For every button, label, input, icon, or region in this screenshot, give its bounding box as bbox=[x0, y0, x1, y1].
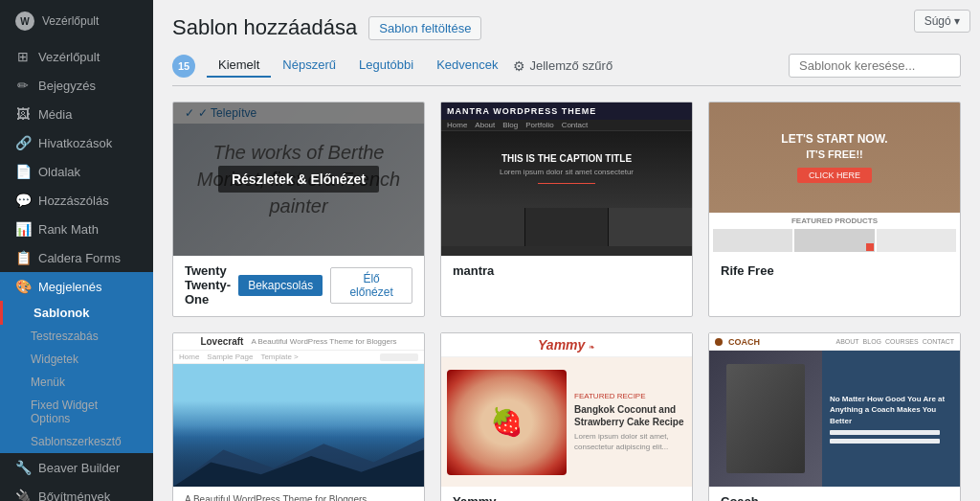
sidebar-item-testreszabas[interactable]: Testreszabás bbox=[0, 325, 153, 348]
sidebar-item-bovitmenyek[interactable]: 🔌 Bővítmények bbox=[0, 482, 153, 501]
theme-info-twentyone: Twenty Twenty-One Bekapcsolás Élő előnéz… bbox=[173, 256, 424, 316]
page-title: Sablon hozzáadása bbox=[172, 15, 357, 40]
media-icon: 🖼 bbox=[15, 106, 31, 122]
sidebar-logo-text: Vezérlőpult bbox=[42, 14, 99, 28]
sidebar-item-megjelenes[interactable]: 🎨 Megjelenés bbox=[0, 272, 153, 301]
sidebar-item-label: Hozzászólás bbox=[38, 194, 109, 208]
theme-card-lovecraft[interactable]: Lovecraft A Beautiful WordPress Theme fo… bbox=[172, 332, 425, 501]
rankmath-icon: 📊 bbox=[15, 221, 31, 237]
activate-button-twentyone[interactable]: Bekapcsolás bbox=[238, 275, 323, 296]
dashboard-icon: ⊞ bbox=[15, 49, 31, 64]
filter-tab-legutobbi[interactable]: Legutóbbi bbox=[347, 54, 425, 78]
sidebar-item-sablonok[interactable]: Sablonok bbox=[0, 301, 153, 325]
sidebar-item-label: Rank Math bbox=[38, 222, 99, 237]
sidebar-item-hivatkozasok[interactable]: 🔗 Hivatkozások bbox=[0, 128, 153, 157]
theme-card-mantra[interactable]: MANTRA WORDPRESS THEME Home About Blog P… bbox=[440, 102, 693, 317]
sidebar-item-label: Caldera Forms bbox=[38, 251, 121, 265]
filter-tab-kedvencek[interactable]: Kedvencek bbox=[425, 54, 509, 78]
gear-icon: ⚙ bbox=[513, 58, 525, 74]
main-content: Sablon hozzáadása Sablon feltöltése 15 K… bbox=[153, 0, 980, 501]
sidebar-item-sablonszerk[interactable]: Sablonszerkesztő bbox=[0, 430, 153, 453]
theme-thumbnail-mantra: MANTRA WORDPRESS THEME Home About Blog P… bbox=[441, 102, 692, 256]
sidebar: W Vezérlőpult ⊞ Vezérlőpult ✏ Bejegyzés … bbox=[0, 0, 153, 501]
theme-info-lovecraft: A Beautiful WordPress Theme for Bloggers… bbox=[173, 487, 424, 501]
theme-overlay[interactable]: Részletek & Előnézet bbox=[173, 102, 424, 256]
theme-card-yammy[interactable]: Yammy ❧ 🍓 FEATURED RECIPE Bangkok Coconu… bbox=[440, 332, 693, 501]
sidebar-item-media[interactable]: 🖼 Média bbox=[0, 100, 153, 128]
theme-name-mantra: mantra bbox=[453, 263, 680, 278]
sidebar-logo: W Vezérlőpult bbox=[0, 0, 153, 42]
sidebar-item-label: Hivatkozások bbox=[38, 136, 112, 150]
theme-thumbnail-twentyone: ✓ ✓ Telepítve The works of Berthe Moriso… bbox=[173, 102, 424, 256]
sidebar-item-menuk[interactable]: Menük bbox=[0, 371, 153, 394]
pages-icon: 📄 bbox=[15, 164, 31, 179]
theme-name-twentyone: Twenty Twenty-One bbox=[185, 263, 231, 307]
page-header: Sablon hozzáadása Sablon feltöltése bbox=[172, 15, 961, 40]
theme-info-yammy: Yammy bbox=[441, 487, 692, 501]
theme-card-rife[interactable]: LET'S START NOW.IT'S FREE!! CLICK HERE F… bbox=[708, 102, 961, 317]
theme-card-coach[interactable]: COACH ABOUT BLOG COURSES CONTACT No Matt… bbox=[708, 332, 961, 501]
upload-theme-button[interactable]: Sablon feltöltése bbox=[368, 16, 481, 40]
preview-button-twentyone[interactable]: Élő előnézet bbox=[330, 267, 412, 304]
sidebar-item-fixed-widget[interactable]: Fixed Widget Options bbox=[0, 394, 153, 430]
theme-thumbnail-yammy: Yammy ❧ 🍓 FEATURED RECIPE Bangkok Coconu… bbox=[441, 333, 692, 487]
sidebar-item-label: Bővítmények bbox=[38, 490, 110, 502]
sidebar-item-bejegyzes[interactable]: ✏ Bejegyzés bbox=[0, 71, 153, 100]
theme-name-yammy: Yammy bbox=[453, 494, 680, 501]
sidebar-item-rankmath[interactable]: 📊 Rank Math bbox=[0, 215, 153, 243]
theme-thumbnail-rife: LET'S START NOW.IT'S FREE!! CLICK HERE F… bbox=[709, 102, 960, 256]
theme-grid: ✓ ✓ Telepítve The works of Berthe Moriso… bbox=[172, 102, 961, 501]
overlay-label: Részletek & Előnézet bbox=[218, 166, 379, 193]
theme-info-mantra: mantra bbox=[441, 256, 692, 287]
sidebar-item-oldalak[interactable]: 📄 Oldalak bbox=[0, 157, 153, 186]
theme-card-twentyone[interactable]: ✓ ✓ Telepítve The works of Berthe Moriso… bbox=[172, 102, 425, 317]
sidebar-item-caldera[interactable]: 📋 Caldera Forms bbox=[0, 243, 153, 272]
theme-name-rife: Rife Free bbox=[721, 263, 948, 278]
filter-tab-nepszeru[interactable]: Népszerű bbox=[271, 54, 347, 78]
sidebar-item-label: Megjelenés bbox=[38, 280, 102, 294]
sidebar-item-label: Média bbox=[38, 107, 72, 122]
filter-bar: 15 Kiemelt Népszerű Legutóbbi Kedvencek … bbox=[172, 54, 961, 86]
sidebar-item-vezerlőpult[interactable]: ⊞ Vezérlőpult bbox=[0, 42, 153, 71]
link-icon: 🔗 bbox=[15, 135, 31, 150]
wp-icon: W bbox=[15, 11, 34, 31]
sidebar-item-label: Vezérlőpult bbox=[38, 50, 100, 64]
theme-thumbnail-lovecraft: Lovecraft A Beautiful WordPress Theme fo… bbox=[173, 333, 424, 487]
sidebar-item-label: Oldalak bbox=[38, 165, 80, 179]
help-button[interactable]: Súgó ▾ bbox=[914, 10, 970, 33]
sidebar-item-label: Bejegyzés bbox=[38, 79, 96, 93]
theme-search-input[interactable] bbox=[789, 54, 961, 78]
theme-count: 15 bbox=[172, 55, 195, 78]
theme-info-coach: Coach bbox=[709, 487, 960, 501]
sidebar-item-widgetek[interactable]: Widgetek bbox=[0, 348, 153, 371]
caldera-icon: 📋 bbox=[15, 250, 31, 265]
theme-thumbnail-coach: COACH ABOUT BLOG COURSES CONTACT No Matt… bbox=[709, 333, 960, 487]
sidebar-item-label: Beaver Builder bbox=[38, 461, 120, 475]
feature-filter[interactable]: ⚙ Jellemző szűrő bbox=[513, 58, 612, 74]
theme-info-rife: Rife Free bbox=[709, 256, 960, 287]
theme-name-coach: Coach bbox=[721, 494, 948, 501]
beaver-icon: 🔧 bbox=[15, 460, 31, 475]
sidebar-item-beaver[interactable]: 🔧 Beaver Builder bbox=[0, 453, 153, 482]
feature-filter-label: Jellemző szűrő bbox=[529, 58, 612, 73]
filter-tab-kiemelt[interactable]: Kiemelt bbox=[207, 54, 271, 78]
lovecraft-subtitle: A Beautiful WordPress Theme for Bloggers bbox=[185, 494, 367, 501]
comments-icon: 💬 bbox=[15, 193, 31, 208]
sidebar-item-hozzaszolas[interactable]: 💬 Hozzászólás bbox=[0, 186, 153, 215]
edit-icon: ✏ bbox=[15, 78, 31, 93]
svg-marker-1 bbox=[173, 450, 424, 487]
appearance-icon: 🎨 bbox=[15, 279, 31, 294]
plugins-icon: 🔌 bbox=[15, 489, 31, 501]
